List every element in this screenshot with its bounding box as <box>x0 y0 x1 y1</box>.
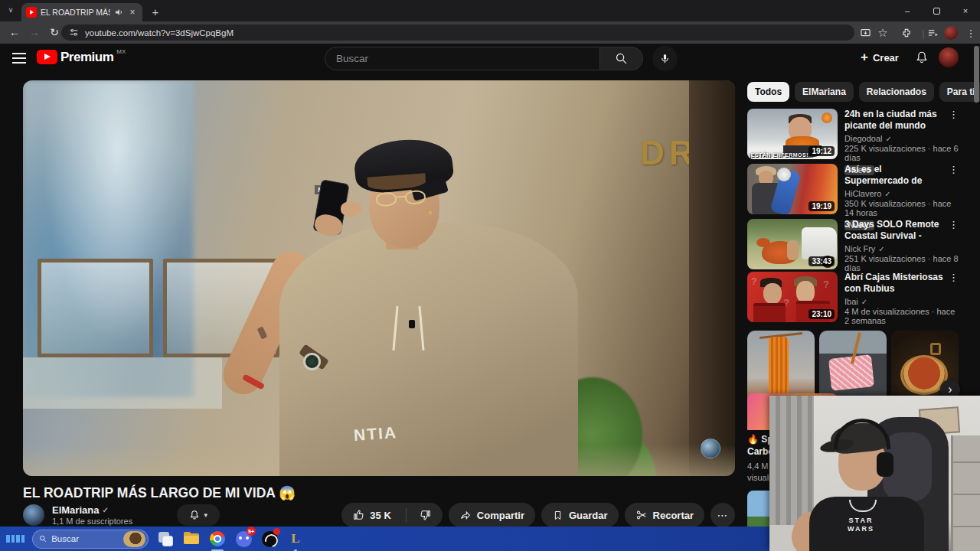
channel-name[interactable]: Ibai <box>844 297 858 306</box>
verified-icon: ✓ <box>878 245 884 253</box>
related-video-1[interactable]: ¡ESTÁN ENFERMOS! 19:12 24h en la ciudad … <box>747 109 959 162</box>
pip-window[interactable]: STAR WARS <box>769 396 980 551</box>
dislike-button[interactable] <box>412 503 443 527</box>
chip-todos[interactable]: Todos <box>747 82 789 102</box>
media-controls-icon[interactable] <box>925 25 940 41</box>
youtube-favicon-icon <box>26 7 37 18</box>
video-title[interactable]: Abrí Cajas Misteriosas con Rubius <box>844 272 959 295</box>
wood-pillar <box>689 80 735 476</box>
video-title[interactable]: Así es el Supermercado de Cosas Gigantes… <box>844 164 959 187</box>
item-menu-icon[interactable]: ⋮ <box>949 164 959 175</box>
close-window-button[interactable]: × <box>951 0 980 21</box>
reload-button[interactable]: ↻ <box>46 24 63 41</box>
chrome-button[interactable] <box>208 530 227 548</box>
clip-label: Recortar <box>653 510 694 521</box>
verified-icon: ✓ <box>102 506 108 514</box>
more-actions-button[interactable]: ⋯ <box>710 503 735 527</box>
minimize-button[interactable]: – <box>893 0 922 21</box>
scissors-icon <box>635 509 648 521</box>
verified-icon: ✓ <box>861 298 867 306</box>
verified-icon: ✓ <box>884 190 890 198</box>
video-meta: 4 M de visualizaciones · hace 2 semanas <box>844 307 959 325</box>
subscribed-bell-button[interactable]: ▾ <box>177 504 220 526</box>
like-button[interactable]: 35 K <box>341 503 400 527</box>
bell-icon <box>915 51 929 64</box>
video-thumbnail[interactable]: ??? 23:10 <box>747 272 838 322</box>
obs-button[interactable] <box>260 530 279 548</box>
item-menu-icon[interactable]: ⋮ <box>949 272 959 283</box>
video-thumbnail[interactable]: 33:43 <box>747 219 838 269</box>
maximize-icon <box>933 8 940 15</box>
tab-title: EL ROADTRIP MÁS LARGO | <box>41 8 110 17</box>
league-client-button[interactable]: L <box>286 530 305 548</box>
search-button[interactable] <box>600 47 643 70</box>
related-video-3[interactable]: 33:43 3 Days SOLO Remote Coastal Surviva… <box>747 219 959 272</box>
channel-info[interactable]: ElMariana ✓ 1,1 M de suscriptores <box>52 504 132 526</box>
file-explorer-button[interactable] <box>182 530 201 548</box>
league-icon: L <box>291 531 299 546</box>
channel-name[interactable]: Diegodoal <box>844 134 883 143</box>
profile-avatar[interactable] <box>943 25 959 41</box>
related-video-2[interactable]: 19:19 Así es el Supermercado de Cosas Gi… <box>747 164 959 217</box>
plus-icon: + <box>861 50 868 65</box>
chip-elmariana[interactable]: ElMariana <box>795 82 854 102</box>
scrollbar-thumb[interactable] <box>974 46 979 103</box>
video-title[interactable]: 24h en la ciudad más picante del mundo <box>844 109 959 132</box>
share-label: Compartir <box>477 510 524 521</box>
browser-tab[interactable]: EL ROADTRIP MÁS LARGO | × <box>21 3 142 21</box>
start-button[interactable] <box>6 530 24 548</box>
install-app-icon[interactable] <box>858 25 873 41</box>
youtube-header: Premium MX + Crear <box>0 44 980 73</box>
taskbar-search[interactable] <box>32 530 149 549</box>
voice-search-button[interactable] <box>652 46 678 71</box>
channel-name[interactable]: Nick Fry <box>844 244 875 253</box>
item-menu-icon[interactable]: ⋮ <box>949 219 959 230</box>
discord-button[interactable]: 9+ <box>234 530 253 548</box>
video-title[interactable]: 3 Days SOLO Remote Coastal Survival - Ea… <box>844 219 959 242</box>
background-shelf <box>951 435 980 551</box>
chip-relacionados[interactable]: Relacionados <box>859 82 934 102</box>
extensions-icon[interactable] <box>899 25 914 41</box>
earring <box>429 211 432 214</box>
task-view-button[interactable] <box>156 530 175 548</box>
channel-watermark[interactable] <box>701 439 720 458</box>
search-input[interactable] <box>336 53 581 64</box>
search-icon <box>39 534 47 543</box>
video-thumbnail[interactable]: 19:19 <box>747 164 838 214</box>
maximize-button[interactable] <box>922 0 951 21</box>
avatar-image <box>944 26 958 40</box>
notifications-button[interactable] <box>913 48 931 67</box>
tab-close-icon[interactable]: × <box>127 7 138 18</box>
taskbar-search-input[interactable] <box>51 534 119 543</box>
back-button[interactable]: ← <box>6 24 23 41</box>
bookmark-star-icon[interactable]: ☆ <box>875 25 890 41</box>
search-highlight-image[interactable] <box>123 531 145 547</box>
tab-audio-icon[interactable] <box>114 8 123 17</box>
account-avatar[interactable] <box>939 47 959 67</box>
video-thumbnail[interactable]: ¡ESTÁN ENFERMOS! 19:12 <box>747 109 838 159</box>
duration-badge: 23:10 <box>808 309 835 319</box>
channel-name[interactable]: HiClavero <box>844 189 881 198</box>
clip-button[interactable]: Recortar <box>625 503 704 527</box>
hamburger-menu-icon[interactable] <box>12 53 26 64</box>
share-button[interactable]: Compartir <box>449 503 535 527</box>
save-button[interactable]: Guardar <box>541 503 619 527</box>
action-buttons: 35 K Compartir Guardar Recortar ⋯ <box>341 503 735 527</box>
subject-hand <box>341 201 361 217</box>
related-video-4[interactable]: ??? 23:10 Abrí Cajas Misteriosas con Rub… <box>747 272 959 325</box>
tab-search-icon[interactable]: ∨ <box>5 5 17 17</box>
microphone-icon <box>659 53 671 64</box>
search-bar[interactable] <box>325 47 600 70</box>
youtube-premium-logo[interactable]: Premium MX <box>37 50 126 64</box>
related-sidebar: Todos ElMariana Relacionados Para ti › ¡… <box>747 81 959 102</box>
forward-button[interactable]: → <box>26 24 43 41</box>
url-bar[interactable]: youtube.com/watch?v=3dSjwCpqBgM <box>61 24 854 41</box>
channel-avatar[interactable] <box>23 504 44 526</box>
video-player[interactable]: MEDE DR NTIA <box>23 80 735 476</box>
site-settings-icon[interactable] <box>69 28 79 37</box>
browser-menu-icon[interactable]: ⋮ <box>963 25 978 41</box>
new-tab-button[interactable]: + <box>149 5 162 19</box>
create-button[interactable]: + Crear <box>861 50 899 65</box>
video-meta: 225 K visualizaciones · hace 6 días <box>844 144 959 162</box>
item-menu-icon[interactable]: ⋮ <box>949 109 959 120</box>
